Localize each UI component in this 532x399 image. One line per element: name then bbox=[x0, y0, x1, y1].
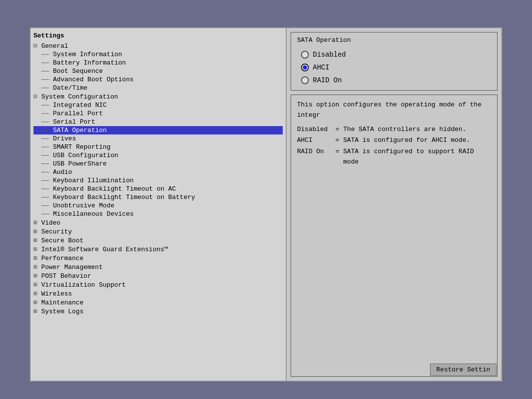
desc-row-disabled: Disabled = The SATA controllers are hidd… bbox=[297, 125, 491, 135]
sidebar-item-kb-timeout-bat[interactable]: —— Keyboard Backlight Timeout on Battery bbox=[33, 193, 283, 201]
section-maintenance[interactable]: ⊞ Maintenance bbox=[33, 298, 283, 307]
radio-raid-on[interactable]: RAID On bbox=[301, 76, 487, 84]
desc-def-raid: SATA is configured to support RAID mode bbox=[343, 147, 491, 167]
radio-ahci-label: AHCI bbox=[313, 64, 330, 71]
radio-circle-disabled bbox=[301, 51, 309, 59]
keyboard-illum-label: Keyboard Illumination bbox=[53, 177, 133, 184]
smart-reporting-label: SMART Reporting bbox=[53, 143, 110, 151]
sidebar-item-kb-timeout-ac[interactable]: —— Keyboard Backlight Timeout on AC bbox=[33, 185, 283, 193]
general-label: General bbox=[41, 42, 68, 50]
serial-port-label: Serial Port bbox=[53, 118, 95, 126]
desc-sep-raid: = bbox=[335, 147, 339, 167]
desc-def-ahci: SATA is configured for AHCI mode. bbox=[343, 135, 470, 146]
usb-powershare-label: USB PowerShare bbox=[53, 160, 106, 167]
unobtrusive-label: Unobtrusive Mode bbox=[53, 202, 114, 209]
label-virtualization: Virtualization Support bbox=[41, 281, 126, 289]
section-security[interactable]: ⊞ Security bbox=[33, 227, 283, 236]
sidebar-item-sata-operation[interactable]: —— SATA Operation bbox=[33, 126, 283, 134]
tree-section-general: ⊟ General —— System Information —— Batte… bbox=[33, 41, 283, 92]
desc-term-raid: RAID On bbox=[297, 147, 332, 167]
sidebar-item-integrated-nic[interactable]: —— Integrated NIC bbox=[33, 101, 283, 109]
sidebar-item-advanced-boot[interactable]: —— Advanced Boot Options bbox=[33, 75, 283, 84]
label-power-mgmt: Power Management bbox=[41, 264, 103, 271]
sidebar-item-battery-info[interactable]: —— Battery Information bbox=[33, 59, 283, 67]
section-system-config[interactable]: ⊟ System Configuration bbox=[33, 92, 283, 101]
section-intel-sgx[interactable]: ⊞ Intel® Software Guard Extensions™ bbox=[33, 245, 283, 254]
left-panel: Settings ⊟ General —— System Information… bbox=[31, 28, 287, 381]
desc-intro: This option configures the operating mod… bbox=[297, 100, 491, 121]
tree-section-system-config: ⊟ System Configuration —— Integrated NIC… bbox=[33, 92, 283, 218]
sidebar-item-misc-devices[interactable]: —— Miscellaneous Devices bbox=[33, 210, 283, 218]
radio-ahci[interactable]: AHCI bbox=[301, 64, 487, 71]
tree-root-label: Settings bbox=[33, 32, 283, 39]
label-post-behavior: POST Behavior bbox=[41, 272, 91, 280]
label-system-logs: System Logs bbox=[41, 308, 84, 315]
kb-timeout-bat-label: Keyboard Backlight Timeout on Battery bbox=[53, 194, 195, 201]
sidebar-item-unobtrusive[interactable]: —— Unobtrusive Mode bbox=[33, 201, 283, 210]
label-video: Video bbox=[41, 219, 61, 227]
desc-term-ahci: AHCI bbox=[297, 135, 332, 146]
label-maintenance: Maintenance bbox=[41, 299, 84, 306]
section-post-behavior[interactable]: ⊞ POST Behavior bbox=[33, 271, 283, 280]
radio-circle-raid bbox=[301, 76, 309, 84]
desc-sep-disabled: = bbox=[335, 125, 339, 135]
sidebar-item-smart-reporting[interactable]: —— SMART Reporting bbox=[33, 143, 283, 151]
sidebar-item-system-info[interactable]: —— System Information bbox=[33, 50, 283, 59]
description-box: This option configures the operating mod… bbox=[291, 95, 498, 377]
section-general[interactable]: ⊟ General bbox=[33, 41, 283, 50]
sata-box-title: SATA Operation bbox=[297, 36, 491, 44]
radio-disabled-label: Disabled bbox=[313, 51, 346, 59]
radio-group: Disabled AHCI RAID On bbox=[297, 49, 491, 86]
desc-table: Disabled = The SATA controllers are hidd… bbox=[297, 125, 491, 167]
sidebar-item-boot-sequence[interactable]: —— Boot Sequence bbox=[33, 67, 283, 75]
usb-config-label: USB Configuration bbox=[53, 152, 118, 159]
integrated-nic-label: Integrated NIC bbox=[53, 101, 106, 109]
sidebar-item-audio[interactable]: —— Audio bbox=[33, 168, 283, 176]
audio-label: Audio bbox=[53, 168, 72, 176]
desc-def-disabled: The SATA controllers are hidden. bbox=[343, 125, 466, 135]
label-security: Security bbox=[41, 228, 72, 235]
label-performance: Performance bbox=[41, 255, 84, 262]
sata-operation-label: SATA Operation bbox=[53, 127, 106, 134]
advanced-boot-label: Advanced Boot Options bbox=[53, 76, 133, 83]
radio-circle-ahci bbox=[301, 64, 309, 71]
sidebar-item-usb-powershare[interactable]: —— USB PowerShare bbox=[33, 160, 283, 168]
sidebar-item-drives[interactable]: —— Drives bbox=[33, 134, 283, 143]
label-intel-sgx: Intel® Software Guard Extensions™ bbox=[41, 246, 168, 253]
date-time-label: Date/Time bbox=[53, 84, 87, 92]
boot-sequence-label: Boot Sequence bbox=[53, 67, 102, 75]
sidebar-item-serial-port[interactable]: —— Serial Port bbox=[33, 118, 283, 126]
section-wireless[interactable]: ⊞ Wireless bbox=[33, 289, 283, 298]
misc-devices-label: Miscellaneous Devices bbox=[53, 210, 133, 218]
sidebar-item-date-time[interactable]: —— Date/Time bbox=[33, 84, 283, 92]
parallel-port-label: Parallel Port bbox=[53, 110, 102, 117]
section-secure-boot[interactable]: ⊞ Secure Boot bbox=[33, 236, 283, 245]
desc-row-ahci: AHCI = SATA is configured for AHCI mode. bbox=[297, 135, 491, 146]
sidebar-item-usb-config[interactable]: —— USB Configuration bbox=[33, 151, 283, 160]
desc-row-raid: RAID On = SATA is configured to support … bbox=[297, 147, 491, 167]
sidebar-item-keyboard-illum[interactable]: —— Keyboard Illumination bbox=[33, 176, 283, 185]
restore-settings-button[interactable]: Restore Settin bbox=[430, 364, 497, 376]
desc-term-disabled: Disabled bbox=[297, 125, 332, 135]
section-power-mgmt[interactable]: ⊞ Power Management bbox=[33, 263, 283, 271]
section-video[interactable]: ⊞ Video bbox=[33, 218, 283, 227]
drives-label: Drives bbox=[53, 135, 76, 142]
label-secure-boot: Secure Boot bbox=[41, 237, 84, 244]
section-virtualization[interactable]: ⊞ Virtualization Support bbox=[33, 280, 283, 289]
kb-timeout-ac-label: Keyboard Backlight Timeout on AC bbox=[53, 185, 176, 193]
battery-info-label: Battery Information bbox=[53, 59, 126, 66]
system-config-label: System Configuration bbox=[41, 93, 118, 100]
bios-container: Settings ⊟ General —— System Information… bbox=[30, 27, 502, 382]
sidebar-item-parallel-port[interactable]: —— Parallel Port bbox=[33, 109, 283, 118]
label-wireless: Wireless bbox=[41, 290, 72, 298]
section-system-logs[interactable]: ⊞ System Logs bbox=[33, 307, 283, 316]
system-info-label: System Information bbox=[53, 51, 122, 58]
radio-disabled[interactable]: Disabled bbox=[301, 51, 487, 59]
desc-sep-ahci: = bbox=[335, 135, 339, 146]
radio-raid-label: RAID On bbox=[313, 76, 342, 84]
right-panel: SATA Operation Disabled AHCI RAID On Thi… bbox=[287, 28, 501, 381]
collapsed-sections: ⊞ Video⊞ Security⊞ Secure Boot⊞ Intel® S… bbox=[33, 218, 283, 316]
section-performance[interactable]: ⊞ Performance bbox=[33, 254, 283, 263]
sata-operation-box: SATA Operation Disabled AHCI RAID On bbox=[291, 32, 498, 91]
